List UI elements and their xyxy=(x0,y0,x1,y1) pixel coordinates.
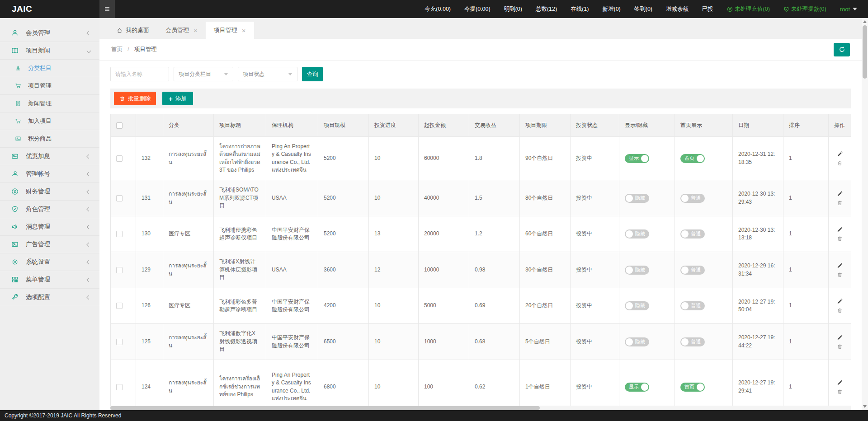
stat-total[interactable]: 总数(12) xyxy=(536,5,557,13)
edit-icon[interactable] xyxy=(837,226,843,233)
cell-min-invest: 10000 xyxy=(419,252,469,288)
row-checkbox[interactable] xyxy=(116,303,123,309)
row-checkbox[interactable] xyxy=(116,384,123,390)
stat-online[interactable]: 在线(1) xyxy=(571,5,589,13)
visibility-toggle[interactable]: 隐藏 xyxy=(625,266,649,275)
edit-icon[interactable] xyxy=(837,262,843,269)
horizontal-scrollbar-thumb[interactable] xyxy=(110,406,540,410)
delete-icon[interactable] xyxy=(837,344,843,350)
close-icon[interactable]: × xyxy=(242,27,246,34)
homepage-toggle[interactable]: 首页 xyxy=(680,383,705,392)
user-icon xyxy=(11,29,19,37)
row-checkbox[interactable] xyxy=(116,155,123,162)
pending-withdraw-alert[interactable]: 未处理提款(0) xyxy=(783,5,826,13)
delete-icon[interactable] xyxy=(837,308,843,313)
sidebar-item-category-columns[interactable]: 分类栏目 xyxy=(0,60,99,77)
category-select[interactable]: 项目分类栏目 xyxy=(174,67,233,81)
stat-today-recharge[interactable]: 今充(0.00) xyxy=(425,5,451,13)
tab-project-manage[interactable]: 项目管理 × xyxy=(206,22,254,39)
homepage-toggle[interactable]: 首页 xyxy=(680,154,705,163)
visibility-toggle[interactable]: 显示 xyxy=(625,154,649,163)
sidebar-item-points-goods[interactable]: 积分商品 xyxy=(0,130,99,148)
row-checkbox[interactable] xyxy=(116,195,123,201)
visibility-toggle[interactable]: 隐藏 xyxy=(625,301,649,310)
cell-scale: 6500 xyxy=(318,324,369,360)
row-checkbox[interactable] xyxy=(116,231,123,237)
homepage-toggle[interactable]: 普通 xyxy=(680,266,705,275)
cell-status: 投资中 xyxy=(571,360,619,406)
scroll-down-arrow-icon[interactable] xyxy=(863,405,867,408)
chevron-down-icon xyxy=(853,8,857,10)
sidebar-toggle-button[interactable] xyxy=(99,0,115,18)
delete-icon[interactable] xyxy=(837,160,843,166)
cell-profit: 0.68 xyxy=(469,324,520,360)
vertical-scrollbar[interactable] xyxy=(862,18,868,410)
sidebar-item-ad-manage[interactable]: 广告管理 xyxy=(0,236,99,253)
batch-delete-button[interactable]: 批量删除 xyxy=(114,92,156,105)
sidebar-item-menu-manage[interactable]: 菜单管理 xyxy=(0,271,99,289)
homepage-toggle[interactable]: 普通 xyxy=(680,229,705,239)
stat-balance-adjust[interactable]: 增减余额 xyxy=(666,5,689,13)
cell-agency: Ping An Property & Casualty Insurance Co… xyxy=(266,137,318,180)
edit-icon[interactable] xyxy=(837,379,843,386)
sidebar-item-news-manage[interactable]: 新闻管理 xyxy=(0,95,99,112)
homepage-toggle[interactable]: 普通 xyxy=(680,337,705,346)
cell-sort: 1 xyxy=(783,288,829,324)
edit-icon[interactable] xyxy=(837,334,843,341)
user-menu[interactable]: root xyxy=(840,6,857,13)
cell-sort: 1 xyxy=(783,324,829,360)
row-checkbox[interactable] xyxy=(116,339,123,345)
sidebar-item-discount-interest[interactable]: 优惠加息 xyxy=(0,148,99,165)
homepage-toggle[interactable]: 普通 xyxy=(680,301,705,310)
sidebar-item-member-manage[interactable]: 会员管理 xyxy=(0,24,99,42)
visibility-toggle[interactable]: 隐藏 xyxy=(625,229,649,239)
delete-icon[interactable] xyxy=(837,200,843,206)
tab-my-desktop[interactable]: 我的桌面 xyxy=(108,22,157,39)
refresh-button[interactable] xyxy=(834,43,850,56)
horizontal-scrollbar[interactable] xyxy=(110,406,851,410)
projects-table: 分类 项目标题 保理机构 项目规模 投资进度 起投金额 交易收益 项目期限 投资… xyxy=(110,114,851,406)
select-all-checkbox[interactable] xyxy=(116,122,123,129)
pending-recharge-alert[interactable]: 未处理充值(0) xyxy=(727,5,770,13)
breadcrumb-home-link[interactable]: 首页 xyxy=(111,46,123,52)
edit-icon[interactable] xyxy=(837,298,843,304)
news-icon xyxy=(15,100,21,107)
delete-icon[interactable] xyxy=(837,236,843,242)
sidebar-item-finance-manage[interactable]: 财务管理 xyxy=(0,183,99,201)
tab-member-manage[interactable]: 会员管理 × xyxy=(157,22,206,39)
sidebar-item-join-project[interactable]: 加入项目 xyxy=(0,112,99,130)
chevron-left-icon xyxy=(87,207,91,211)
stat-new[interactable]: 新增(0) xyxy=(602,5,620,13)
cell-min-invest: 5000 xyxy=(419,288,469,324)
delete-icon[interactable] xyxy=(837,272,843,278)
scroll-up-arrow-icon[interactable] xyxy=(863,20,867,23)
sidebar-item-system-settings[interactable]: 系统设置 xyxy=(0,253,99,271)
cell-period: 90个自然日 xyxy=(520,137,571,180)
col-profit: 交易收益 xyxy=(469,114,520,137)
name-search-input[interactable] xyxy=(110,67,169,81)
edit-icon[interactable] xyxy=(837,191,843,197)
sidebar-item-options-config[interactable]: 选项配置 xyxy=(0,289,99,306)
stat-signin[interactable]: 签到(0) xyxy=(634,5,652,13)
sidebar-item-project-manage[interactable]: 项目管理 xyxy=(0,77,99,95)
delete-icon[interactable] xyxy=(837,389,843,395)
add-button[interactable]: + 添加 xyxy=(162,92,193,105)
visibility-toggle[interactable]: 隐藏 xyxy=(625,194,649,203)
stat-due-tomorrow[interactable]: 明到(0) xyxy=(504,5,522,13)
stat-today-withdraw[interactable]: 今提(0.00) xyxy=(464,5,491,13)
vertical-scrollbar-thumb[interactable] xyxy=(863,25,867,79)
stat-invested[interactable]: 已投 xyxy=(702,5,713,13)
sidebar-item-message-manage[interactable]: 消息管理 xyxy=(0,218,99,236)
sidebar-item-project-news[interactable]: 项目新闻 xyxy=(0,42,99,60)
sidebar-item-role-manage[interactable]: 角色管理 xyxy=(0,201,99,218)
gear-icon xyxy=(11,258,19,266)
search-button[interactable]: 查询 xyxy=(302,67,323,81)
visibility-toggle[interactable]: 隐藏 xyxy=(625,337,649,346)
edit-icon[interactable] xyxy=(837,151,843,157)
homepage-toggle[interactable]: 普通 xyxy=(680,194,705,203)
status-select[interactable]: 项目状态 xyxy=(238,67,297,81)
row-checkbox[interactable] xyxy=(116,267,123,273)
visibility-toggle[interactable]: 显示 xyxy=(625,383,649,392)
sidebar-item-admin-accounts[interactable]: 管理帐号 xyxy=(0,165,99,183)
close-icon[interactable]: × xyxy=(193,27,198,34)
